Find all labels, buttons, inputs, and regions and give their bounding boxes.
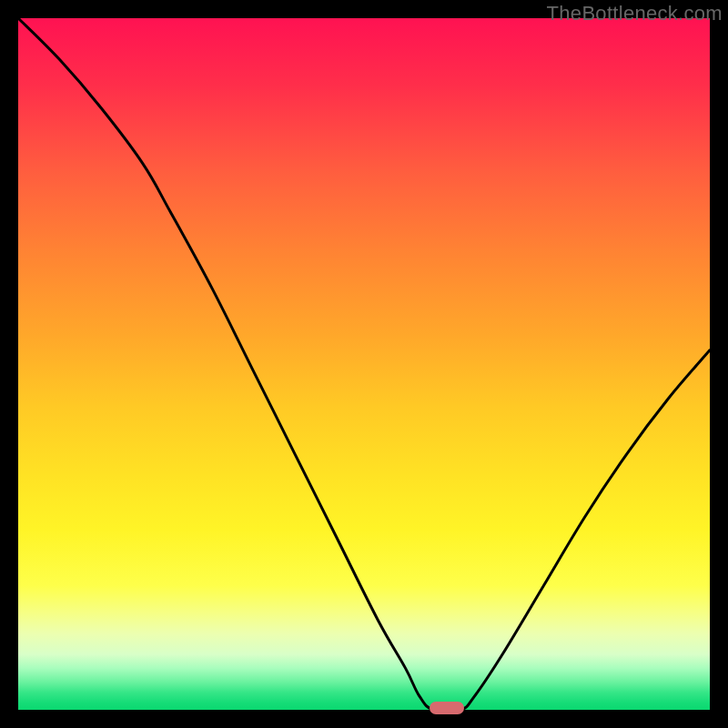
optimal-marker — [430, 702, 464, 714]
chart-container: TheBottleneck.com — [0, 0, 728, 728]
curve-layer — [18, 18, 710, 710]
bottleneck-curve — [18, 18, 710, 710]
plot-area — [18, 18, 710, 710]
watermark-label: TheBottleneck.com — [547, 2, 723, 25]
